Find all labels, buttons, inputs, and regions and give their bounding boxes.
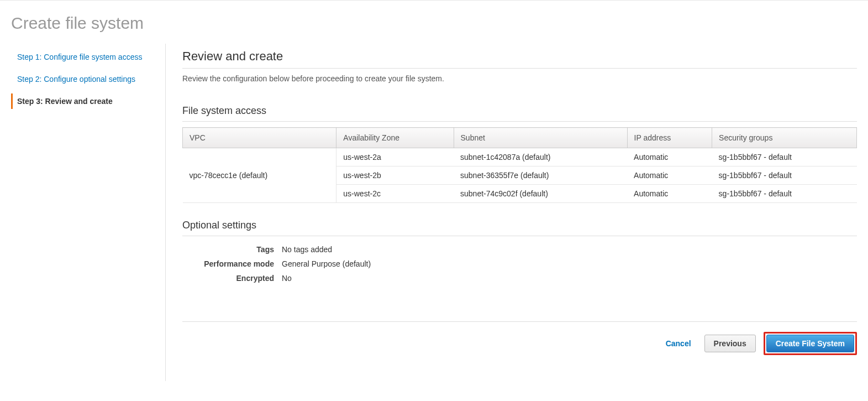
cell-sg: sg-1b5bbf67 - default	[712, 148, 857, 166]
optional-settings-block: Tags No tags added Performance mode Gene…	[182, 245, 857, 283]
setting-value: No	[282, 274, 292, 283]
previous-button[interactable]: Previous	[704, 335, 756, 352]
wizard-button-row: Cancel Previous Create File System	[182, 332, 857, 366]
cell-sg: sg-1b5bbf67 - default	[712, 185, 857, 203]
main-content: Review and create Review the configurati…	[166, 44, 857, 381]
cell-subnet: subnet-1c42087a (default)	[454, 148, 627, 166]
cell-subnet: subnet-74c9c02f (default)	[454, 185, 627, 203]
setting-label: Performance mode	[182, 259, 282, 268]
divider	[182, 236, 857, 236]
col-vpc: VPC	[183, 128, 336, 148]
page-title: Create file system	[11, 14, 857, 33]
review-heading: Review and create	[182, 49, 857, 64]
setting-row-encrypted: Encrypted No	[182, 274, 857, 283]
cell-az: us-west-2b	[336, 166, 454, 185]
divider	[182, 321, 857, 322]
divider	[182, 68, 857, 69]
cell-vpc: vpc-78cecc1e (default)	[183, 148, 336, 203]
col-ip-address: IP address	[627, 128, 712, 148]
col-availability-zone: Availability Zone	[336, 128, 454, 148]
table-row: vpc-78cecc1e (default) us-west-2a subnet…	[183, 148, 857, 166]
cell-ip: Automatic	[627, 148, 712, 166]
wizard-steps-sidebar: Step 1: Configure file system access Ste…	[11, 44, 166, 381]
cell-ip: Automatic	[627, 166, 712, 185]
create-file-system-button[interactable]: Create File System	[766, 335, 854, 352]
review-intro-text: Review the configuration below before pr…	[182, 74, 857, 83]
create-button-highlight: Create File System	[764, 332, 857, 355]
cell-sg: sg-1b5bbf67 - default	[712, 166, 857, 185]
setting-value: General Purpose (default)	[282, 259, 371, 268]
table-header-row: VPC Availability Zone Subnet IP address …	[183, 128, 857, 148]
setting-label: Encrypted	[182, 274, 282, 283]
setting-row-performance-mode: Performance mode General Purpose (defaul…	[182, 259, 857, 268]
wizard-step-1[interactable]: Step 1: Configure file system access	[11, 49, 154, 65]
setting-row-tags: Tags No tags added	[182, 245, 857, 254]
optional-settings-heading: Optional settings	[182, 220, 857, 231]
setting-label: Tags	[182, 245, 282, 254]
col-subnet: Subnet	[454, 128, 627, 148]
file-system-access-table: VPC Availability Zone Subnet IP address …	[182, 127, 857, 203]
col-security-groups: Security groups	[712, 128, 857, 148]
wizard-step-3[interactable]: Step 3: Review and create	[11, 93, 154, 109]
wizard-step-2[interactable]: Step 2: Configure optional settings	[11, 71, 154, 87]
cell-az: us-west-2a	[336, 148, 454, 166]
cell-ip: Automatic	[627, 185, 712, 203]
divider	[182, 121, 857, 122]
cancel-button[interactable]: Cancel	[660, 336, 697, 351]
file-system-access-heading: File system access	[182, 105, 857, 117]
cell-subnet: subnet-36355f7e (default)	[454, 166, 627, 185]
cell-az: us-west-2c	[336, 185, 454, 203]
setting-value: No tags added	[282, 245, 332, 254]
